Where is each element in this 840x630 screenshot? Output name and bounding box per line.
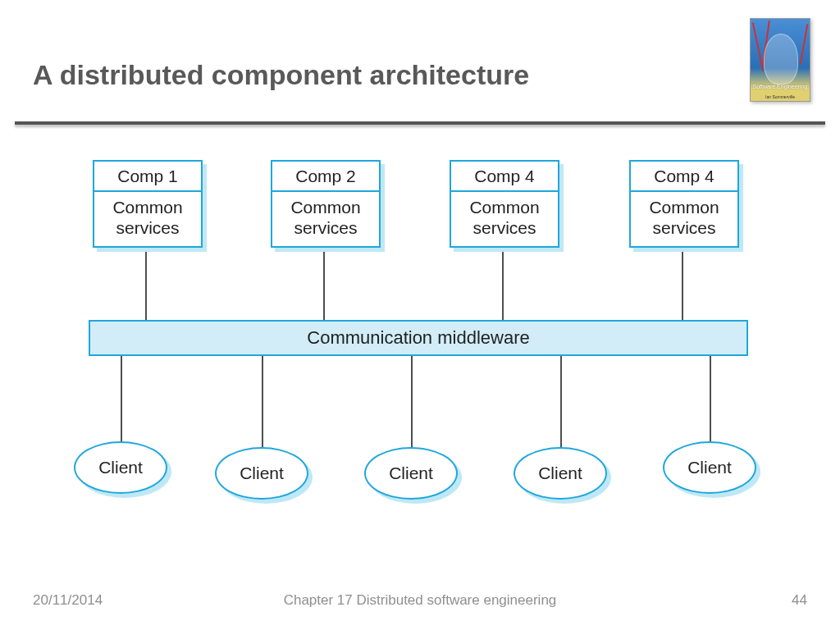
component-sub: Common services <box>451 192 558 246</box>
component-box-3: Comp 4 Common services <box>450 160 559 248</box>
diagram-area: Comp 1 Common services Comp 2 Common ser… <box>0 148 840 574</box>
component-sub: Common services <box>631 192 737 246</box>
book-title: Software Engineering <box>751 84 810 89</box>
component-box-1: Comp 1 Common services <box>93 160 203 248</box>
client-node-1: Client <box>74 441 167 494</box>
client-label: Client <box>389 463 433 483</box>
footer-page: 44 <box>792 592 807 609</box>
slide: A distributed component architecture Sof… <box>0 0 840 630</box>
client-label: Client <box>98 458 143 477</box>
book-author: Ian Sommerville <box>751 94 810 99</box>
component-name: Comp 4 <box>451 162 558 192</box>
client-node-3: Client <box>364 447 458 500</box>
title-separator <box>15 121 825 125</box>
page-title: A distributed component architecture <box>33 59 529 91</box>
component-box-2: Comp 2 Common services <box>271 160 381 248</box>
component-sub: Common services <box>94 192 201 246</box>
component-name: Comp 2 <box>272 162 379 192</box>
component-name: Comp 4 <box>631 162 737 192</box>
footer-chapter: Chapter 17 Distributed software engineer… <box>0 592 840 609</box>
client-node-4: Client <box>514 447 607 500</box>
client-label: Client <box>240 463 284 483</box>
client-label: Client <box>538 463 582 483</box>
client-node-5: Client <box>663 441 756 494</box>
component-name: Comp 1 <box>94 162 201 192</box>
book-cover-image: Software Engineering Ian Sommerville <box>750 18 810 102</box>
middleware-label: Communication middleware <box>307 327 529 349</box>
client-node-2: Client <box>215 447 308 500</box>
client-label: Client <box>687 458 732 477</box>
component-box-4: Comp 4 Common services <box>629 160 739 248</box>
component-sub: Common services <box>272 192 379 246</box>
middleware-bar: Communication middleware <box>89 320 748 356</box>
